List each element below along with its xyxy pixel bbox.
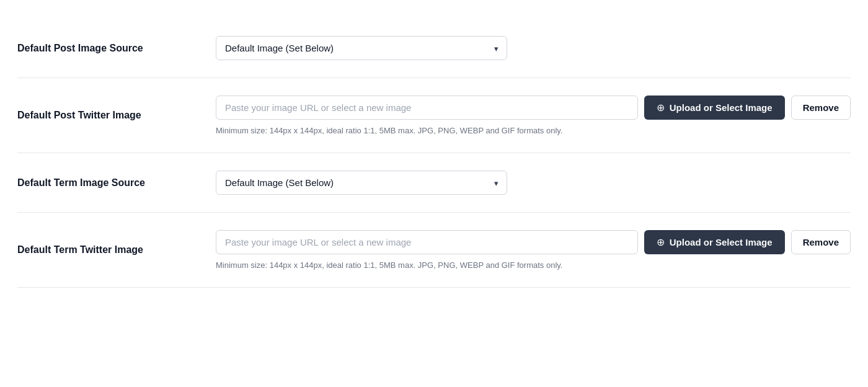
settings-row-default-term-twitter-image: Default Term Twitter Image⊕Upload or Sel… bbox=[17, 213, 851, 288]
controls-default-term-twitter-image: ⊕Upload or Select ImageRemove bbox=[216, 230, 851, 254]
select-wrapper-default-post-image-source: Default Image (Set Below)Featured ImageF… bbox=[216, 36, 507, 60]
controls-default-term-image-source: Default Image (Set Below)Featured ImageF… bbox=[216, 171, 851, 195]
rows-container: Default Post Image SourceDefault Image (… bbox=[17, 19, 851, 288]
label-default-post-image-source: Default Post Image Source bbox=[17, 43, 216, 54]
upload-button-label: Upload or Select Image bbox=[670, 102, 773, 113]
hint-text-default-post-twitter-image: Minimum size: 144px x 144px, ideal ratio… bbox=[216, 126, 851, 135]
content-default-post-twitter-image: ⊕Upload or Select ImageRemoveMinimum siz… bbox=[216, 96, 851, 135]
settings-row-default-post-image-source: Default Post Image SourceDefault Image (… bbox=[17, 19, 851, 78]
url-input-default-post-twitter-image[interactable] bbox=[216, 96, 638, 120]
settings-row-default-term-image-source: Default Term Image SourceDefault Image (… bbox=[17, 153, 851, 213]
controls-default-post-twitter-image: ⊕Upload or Select ImageRemove bbox=[216, 96, 851, 120]
upload-button-label: Upload or Select Image bbox=[670, 237, 773, 247]
content-default-term-image-source: Default Image (Set Below)Featured ImageF… bbox=[216, 171, 851, 195]
url-input-default-term-twitter-image[interactable] bbox=[216, 230, 638, 254]
select-default-post-image-source[interactable]: Default Image (Set Below)Featured ImageF… bbox=[216, 36, 507, 60]
remove-button-default-term-twitter-image[interactable]: Remove bbox=[791, 230, 851, 254]
settings-container: Default Post Image SourceDefault Image (… bbox=[0, 0, 868, 306]
hint-text-default-term-twitter-image: Minimum size: 144px x 144px, ideal ratio… bbox=[216, 260, 851, 270]
label-default-post-twitter-image: Default Post Twitter Image bbox=[17, 110, 216, 121]
settings-row-default-post-twitter-image: Default Post Twitter Image⊕Upload or Sel… bbox=[17, 78, 851, 153]
upload-button-default-post-twitter-image[interactable]: ⊕Upload or Select Image bbox=[644, 96, 785, 120]
plus-circle-icon: ⊕ bbox=[657, 102, 665, 113]
controls-default-post-image-source: Default Image (Set Below)Featured ImageF… bbox=[216, 36, 851, 60]
label-default-term-twitter-image: Default Term Twitter Image bbox=[17, 244, 216, 256]
select-default-term-image-source[interactable]: Default Image (Set Below)Featured ImageF… bbox=[216, 171, 507, 195]
plus-circle-icon: ⊕ bbox=[657, 236, 665, 248]
remove-button-default-post-twitter-image[interactable]: Remove bbox=[791, 96, 851, 120]
content-default-post-image-source: Default Image (Set Below)Featured ImageF… bbox=[216, 36, 851, 60]
content-default-term-twitter-image: ⊕Upload or Select ImageRemoveMinimum siz… bbox=[216, 230, 851, 270]
select-wrapper-default-term-image-source: Default Image (Set Below)Featured ImageF… bbox=[216, 171, 507, 195]
upload-button-default-term-twitter-image[interactable]: ⊕Upload or Select Image bbox=[644, 230, 785, 254]
label-default-term-image-source: Default Term Image Source bbox=[17, 177, 216, 189]
